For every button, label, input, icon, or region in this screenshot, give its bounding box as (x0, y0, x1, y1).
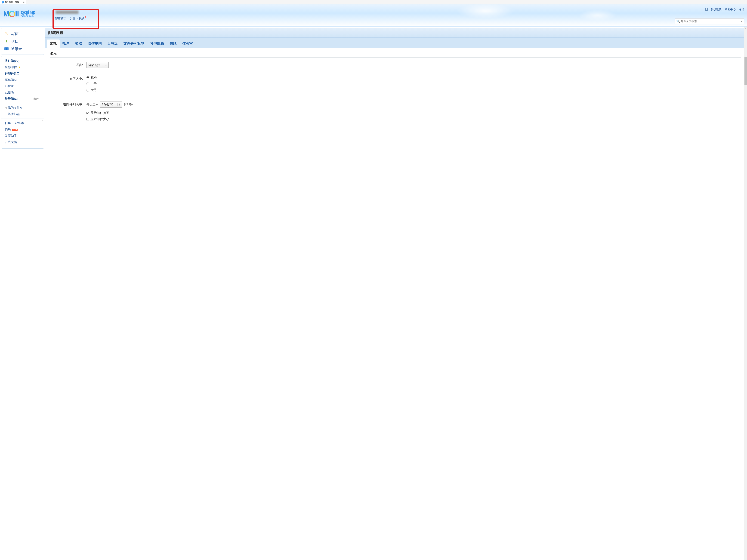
sidebar-item-othermail[interactable]: 其他邮箱 (1, 111, 44, 117)
fontsize-option-medium[interactable]: 中号 (86, 82, 741, 86)
scroll-thumb[interactable] (745, 57, 747, 85)
content: 邮箱设置 常规 帐户 换肤 收信规则 反垃圾 文件夹和标签 其他邮箱 信纸 体验… (45, 27, 747, 560)
radio-icon[interactable] (86, 76, 89, 79)
tab-labs[interactable]: 体验室 (179, 39, 196, 48)
row-language: 语言: 自动选择 ▲▼ (50, 62, 741, 68)
tab-rules[interactable]: 收信规则 (85, 39, 105, 48)
nav-home[interactable]: 邮箱首页 (55, 17, 67, 20)
scroll-up-icon[interactable]: ︿ (744, 27, 747, 30)
checkbox-show-summary[interactable]: ✔ 显示邮件摘要 (86, 111, 741, 115)
notes-link[interactable]: 记事本 (15, 121, 24, 125)
sidebar-item-invoice[interactable]: 发票助手 (1, 133, 44, 139)
tab-antispam[interactable]: 反垃圾 (105, 39, 121, 48)
sidebar-item-sent[interactable]: 已发送 (1, 83, 44, 89)
section-display: 显示 语言: 自动选择 ▲▼ 文字大小: (45, 48, 746, 134)
logo[interactable]: Mil QQ邮箱 mail.qq.com (3, 9, 35, 18)
radio-icon[interactable] (86, 82, 89, 85)
tab-general[interactable]: 常规 (47, 39, 60, 48)
sidebar-item-onlinedocs[interactable]: 在线文档 (1, 139, 44, 145)
scrollbar[interactable]: ︿ (744, 27, 747, 560)
logout-link[interactable]: 退出 (739, 7, 744, 11)
new-badge: NEW (12, 129, 18, 131)
dropdown-caret-icon[interactable]: ▼ (741, 20, 742, 22)
perpage-suffix: 封邮件 (124, 102, 133, 107)
compose-label: 写信 (11, 31, 19, 36)
section-title: 显示 (50, 51, 741, 56)
row-maillist: 在邮件列表中: 每页显示 25(推荐) ▲▼ 封邮件 ✔ 显示邮 (50, 101, 741, 123)
main: ✎ 写信 ⬇ 收信 👤 通讯录 收件箱(90) 星标邮件 ★ 群邮件(10) 草… (0, 27, 747, 560)
sidebar-item-deleted[interactable]: 已删除 (1, 89, 44, 96)
favicon-icon (2, 1, 4, 3)
divider (1, 118, 44, 119)
fontsize-label: 文字大小: (50, 76, 86, 81)
receive-button[interactable]: ⬇ 收信 (1, 37, 44, 45)
perpage-select[interactable]: 25(推荐) ▲▼ (100, 101, 122, 108)
sidebar-item-trash[interactable]: 垃圾箱(1) [清空] (1, 96, 44, 102)
feedback-link[interactable]: 反馈建议 (711, 7, 722, 11)
logo-text: Mil (3, 10, 19, 18)
sidebar-item-starred[interactable]: 星标邮件 ★ (1, 64, 44, 70)
sidebar-folders: 收件箱(90) 星标邮件 ★ 群邮件(10) 草稿箱(2) 已发送 已删除 垃圾… (1, 56, 44, 149)
tab-othermail[interactable]: 其他邮箱 (147, 39, 167, 48)
nav-skin[interactable]: 换肤 (79, 17, 86, 20)
sidebar-item-myfolders[interactable]: ⊞我的文件夹 (1, 105, 44, 111)
fontsize-option-standard[interactable]: 标准 (86, 76, 741, 80)
checkbox-show-size[interactable]: 显示邮件大小 (86, 117, 741, 121)
tab-skin[interactable]: 换肤 (72, 39, 85, 48)
contacts-label: 通讯录 (11, 46, 22, 51)
checkbox-icon[interactable] (86, 118, 89, 121)
perpage-prefix: 每页显示 (86, 102, 99, 107)
sidebar: ✎ 写信 ⬇ 收信 👤 通讯录 收件箱(90) 星标邮件 ★ 群邮件(10) 草… (0, 27, 45, 560)
header-nav: 邮箱首页 | 设置 - 换肤 (55, 17, 86, 20)
sidebar-item-group[interactable]: 群邮件(10) (1, 70, 44, 77)
settings-panel: 邮箱设置 常规 帐户 换肤 收信规则 反垃圾 文件夹和标签 其他邮箱 信纸 体验… (45, 28, 746, 560)
tab-stationery[interactable]: 信纸 (167, 39, 179, 48)
language-label: 语言: (50, 62, 86, 67)
calendar-link[interactable]: 日历 (5, 121, 11, 125)
logo-ring-icon (9, 11, 15, 17)
language-select[interactable]: 自动选择 ▲▼ (86, 62, 109, 68)
receive-label: 收信 (11, 39, 19, 44)
tab-account[interactable]: 帐户 (60, 39, 72, 48)
panel-title: 邮箱设置 (45, 28, 746, 37)
contacts-button[interactable]: 👤 通讯录 (1, 45, 44, 53)
updown-icon: ▲▼ (117, 103, 121, 106)
sidebar-item-resume[interactable]: 简历NEW (1, 126, 44, 133)
top-links: | 反馈建议 | 帮助中心 | 退出 (705, 7, 744, 11)
compose-icon: ✎ (4, 31, 9, 36)
checkbox-icon[interactable]: ✔ (86, 112, 89, 114)
radio-icon[interactable] (86, 89, 89, 91)
mobile-icon[interactable] (705, 8, 707, 11)
logo-en: mail.qq.com (21, 15, 35, 17)
separator: | (737, 8, 738, 11)
contacts-icon: 👤 (4, 47, 9, 51)
trash-clear-link[interactable]: [清空] (33, 97, 40, 101)
tab-title: QQ邮箱 - 常规 (5, 1, 19, 4)
settings-tabs: 常规 帐户 换肤 收信规则 反垃圾 文件夹和标签 其他邮箱 信纸 体验室 (45, 37, 746, 48)
sidebar-item-inbox[interactable]: 收件箱(90) (1, 58, 44, 64)
separator: | (709, 8, 710, 11)
receive-icon: ⬇ (4, 39, 9, 44)
compose-button[interactable]: ✎ 写信 (1, 30, 44, 37)
close-icon[interactable]: × (23, 1, 25, 4)
expand-icon[interactable]: ⊞ (5, 107, 7, 109)
sidebar-scroll-up-icon[interactable]: ︿ (41, 118, 45, 123)
search-box[interactable]: 🔍 ▼ (675, 18, 744, 24)
language-value: 自动选择 (88, 63, 100, 67)
tab-folders[interactable]: 文件夹和标签 (121, 39, 147, 48)
browser-tabbar: QQ邮箱 - 常规 × (0, 0, 747, 4)
browser-tab[interactable]: QQ邮箱 - 常规 × (0, 0, 26, 4)
nav-settings[interactable]: 设置 (70, 17, 75, 20)
header: Mil QQ邮箱 mail.qq.com | 反馈建议 | 帮助中心 | 退出 … (0, 4, 747, 27)
maillist-label: 在邮件列表中: (50, 101, 86, 107)
star-icon: ★ (18, 65, 21, 69)
updown-icon: ▲▼ (104, 64, 107, 66)
help-link[interactable]: 帮助中心 (725, 7, 736, 11)
cloud-background (0, 4, 747, 26)
row-fontsize: 文字大小: 标准 中号 大号 (50, 76, 741, 94)
fontsize-option-large[interactable]: 大号 (86, 88, 741, 92)
sidebar-item-drafts[interactable]: 草稿箱(2) (1, 77, 44, 83)
perpage-value: 25(推荐) (102, 102, 113, 107)
search-input[interactable] (681, 20, 741, 23)
separator: | (723, 8, 723, 11)
